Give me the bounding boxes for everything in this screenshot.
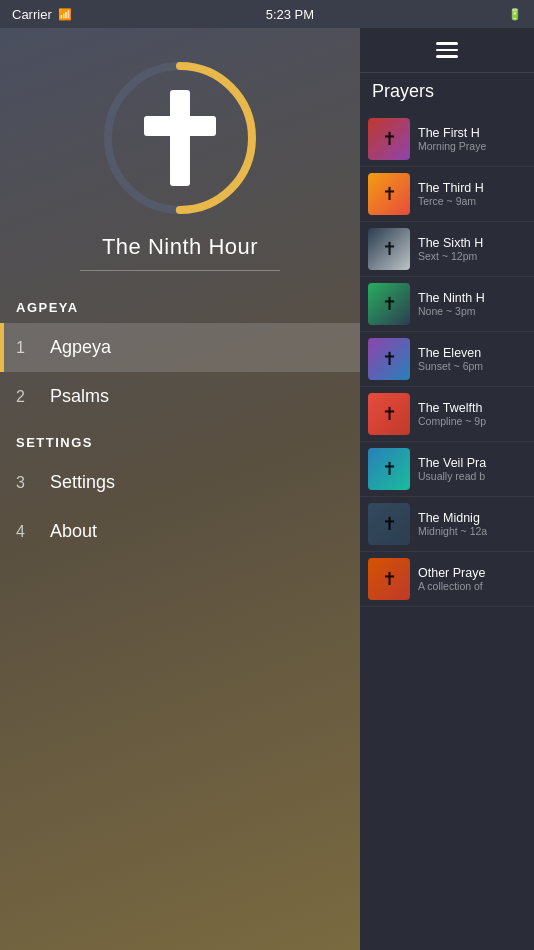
nav-num-4: 4 [16,523,36,541]
prayer-sub-1: Morning Praye [418,140,526,152]
nav-label-about: About [50,521,97,542]
prayer-sub-3: Sext ~ 12pm [418,250,526,262]
prayer-name-7: The Veil Pra [418,456,526,470]
prayer-name-9: Other Praye [418,566,526,580]
prayer-name-3: The Sixth H [418,236,526,250]
status-time: 5:23 PM [266,7,314,22]
prayer-thumb-8: ✝ [368,503,410,545]
svg-rect-3 [144,116,216,136]
settings-section: SETTINGS 3 Settings 4 About [0,421,360,556]
right-header [360,28,534,73]
title-divider [80,270,280,271]
right-panel: Prayers ✝ The First H Morning Praye ✝ Th… [360,28,534,950]
left-panel: The Ninth Hour AGPEYA 1 Agpeya 2 Psalms … [0,28,360,950]
prayer-item-veil[interactable]: ✝ The Veil Pra Usually read b [360,442,534,497]
prayer-thumb-3: ✝ [368,228,410,270]
prayer-thumb-2: ✝ [368,173,410,215]
prayer-name-4: The Ninth H [418,291,526,305]
prayer-item-ninth[interactable]: ✝ The Ninth H None ~ 3pm [360,277,534,332]
nav-item-about[interactable]: 4 About [0,507,360,556]
prayer-sub-2: Terce ~ 9am [418,195,526,207]
nav-label-psalms: Psalms [50,386,109,407]
prayer-list: ✝ The First H Morning Praye ✝ The Third … [360,112,534,951]
prayer-name-1: The First H [418,126,526,140]
nav-label-agpeya: Agpeya [50,337,111,358]
prayer-name-8: The Midnig [418,511,526,525]
battery-icon: 🔋 [508,8,522,21]
svg-rect-2 [170,90,190,186]
hamburger-line-3 [436,55,458,58]
nav-label-settings: Settings [50,472,115,493]
hamburger-line-1 [436,42,458,45]
nav-num-2: 2 [16,388,36,406]
prayer-name-2: The Third H [418,181,526,195]
prayer-sub-9: A collection of [418,580,526,592]
app-title: The Ninth Hour [102,234,258,260]
wifi-icon: 📶 [58,8,72,21]
main-layout: The Ninth Hour AGPEYA 1 Agpeya 2 Psalms … [0,28,534,950]
nav-item-agpeya[interactable]: 1 Agpeya [0,323,360,372]
prayer-thumb-5: ✝ [368,338,410,380]
carrier-label: Carrier [12,7,52,22]
prayer-item-midnight[interactable]: ✝ The Midnig Midnight ~ 12a [360,497,534,552]
prayer-name-6: The Twelfth [418,401,526,415]
prayers-label: Prayers [360,73,534,112]
prayer-item-twelfth[interactable]: ✝ The Twelfth Compline ~ 9p [360,387,534,442]
circle-logo [100,58,260,218]
prayer-thumb-4: ✝ [368,283,410,325]
hamburger-menu-button[interactable] [436,42,458,58]
prayer-sub-4: None ~ 3pm [418,305,526,317]
hamburger-line-2 [436,49,458,52]
prayer-item-third[interactable]: ✝ The Third H Terce ~ 9am [360,167,534,222]
prayer-sub-6: Compline ~ 9p [418,415,526,427]
logo-area: The Ninth Hour [0,28,360,286]
prayer-item-eleventh[interactable]: ✝ The Eleven Sunset ~ 6pm [360,332,534,387]
prayer-item-other[interactable]: ✝ Other Praye A collection of [360,552,534,607]
nav-num-1: 1 [16,339,36,357]
prayer-thumb-1: ✝ [368,118,410,160]
prayer-thumb-6: ✝ [368,393,410,435]
prayer-sub-8: Midnight ~ 12a [418,525,526,537]
prayer-item-sixth[interactable]: ✝ The Sixth H Sext ~ 12pm [360,222,534,277]
prayer-sub-5: Sunset ~ 6pm [418,360,526,372]
prayer-item-first[interactable]: ✝ The First H Morning Praye [360,112,534,167]
status-bar: Carrier 📶 5:23 PM 🔋 [0,0,534,28]
prayer-thumb-7: ✝ [368,448,410,490]
nav-num-3: 3 [16,474,36,492]
nav-item-psalms[interactable]: 2 Psalms [0,372,360,421]
prayer-thumb-9: ✝ [368,558,410,600]
prayer-sub-7: Usually read b [418,470,526,482]
agpeya-header: AGPEYA [0,286,360,323]
agpeya-section: AGPEYA 1 Agpeya 2 Psalms [0,286,360,421]
settings-header: SETTINGS [0,421,360,458]
status-left: Carrier 📶 [12,7,72,22]
nav-item-settings[interactable]: 3 Settings [0,458,360,507]
prayer-name-5: The Eleven [418,346,526,360]
